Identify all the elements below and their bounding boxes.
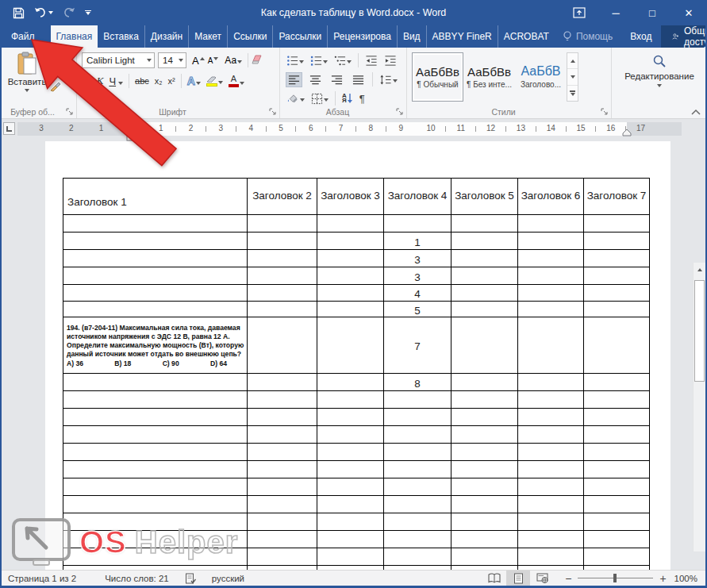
save-icon[interactable] [13,7,25,19]
table-cell[interactable] [518,531,584,548]
shrink-font-button[interactable]: А [208,56,219,65]
table-cell[interactable] [317,233,384,250]
table-cell[interactable] [63,233,248,250]
tell-me-button[interactable]: Помощь [555,25,621,48]
table-cell[interactable] [248,250,317,267]
table-cell[interactable] [317,285,384,302]
tab-рецензирова[interactable]: Рецензирова [327,25,397,48]
table-cell[interactable] [518,302,584,317]
table-cell[interactable] [317,374,384,391]
style-card-no-spacing[interactable]: АаБбВв ¶ Без инте... [463,52,515,102]
word-count[interactable]: Число слов: 21 [97,574,177,583]
table-cell[interactable] [248,496,317,513]
table-cell[interactable] [384,548,451,566]
print-layout-button[interactable] [506,571,530,586]
table-cell[interactable]: 194. (в7-204-11) Максимальная сила тока,… [63,317,248,374]
tab-рассылки[interactable]: Рассылки [272,25,327,48]
table-cell[interactable] [584,531,650,548]
table-cell[interactable] [317,317,384,374]
table-cell[interactable] [451,496,518,513]
table-cell[interactable] [63,478,248,496]
table-cell[interactable]: 3 [384,250,451,267]
table-cell[interactable] [518,233,584,250]
undo-button[interactable] [34,7,53,18]
table-cell[interactable] [451,391,518,409]
shading-button[interactable] [286,93,305,105]
table-cell[interactable] [451,444,518,461]
header-cell[interactable]: Заголовок 2 [248,179,317,215]
grow-font-button[interactable]: А [192,55,205,67]
table-cell[interactable] [384,461,451,478]
table-cell[interactable] [518,444,584,461]
table-cell[interactable] [317,302,384,317]
table-cell[interactable] [317,267,384,285]
header-cell[interactable]: Заголовок 7 [584,179,650,215]
tab-вид[interactable]: Вид [397,25,426,48]
read-mode-button[interactable] [482,571,506,586]
table-cell[interactable] [584,391,650,409]
table-cell[interactable] [384,391,451,409]
styles-dialog-launcher[interactable] [601,108,609,116]
numbering-button[interactable] [310,55,328,67]
table-cell[interactable] [584,215,650,233]
tab-abbyy-finer[interactable]: ABBYY FineR [426,25,498,48]
tab-макет[interactable]: Макет [188,25,227,48]
table-cell[interactable] [248,548,317,566]
table-cell[interactable] [317,215,384,233]
table-cell[interactable] [317,478,384,496]
align-right-button[interactable] [329,73,344,86]
show-paragraph-marks-button[interactable]: ¶ [359,93,365,105]
table-cell[interactable] [451,267,518,285]
increase-indent-button[interactable] [384,55,397,67]
table-cell[interactable] [384,444,451,461]
header-cell[interactable]: Заголовок 6 [518,179,584,215]
scrollbar-thumb[interactable] [694,280,705,382]
web-layout-button[interactable] [530,571,554,586]
table-cell[interactable] [584,285,650,302]
paragraph-dialog-launcher[interactable] [396,108,404,116]
table-cell[interactable] [384,531,451,548]
table-cell[interactable] [317,391,384,409]
table-cell[interactable] [317,531,384,548]
tab-stop-selector[interactable] [3,122,15,135]
table-cell[interactable] [317,461,384,478]
table-cell[interactable] [451,478,518,496]
table-cell[interactable] [584,513,650,531]
table-cell[interactable] [518,409,584,426]
redo-button[interactable] [63,7,75,18]
table-cell[interactable] [63,426,248,444]
zoom-in-button[interactable]: + [659,572,666,585]
table-cell[interactable] [451,548,518,566]
page-indicator[interactable]: Страница 1 из 2 [0,574,84,583]
zoom-out-button[interactable]: − [565,572,571,585]
table-cell[interactable] [518,285,584,302]
table-cell[interactable] [451,250,518,267]
zoom-slider[interactable] [578,578,653,578]
share-button[interactable]: Общий доступ [661,25,707,48]
table-cell[interactable] [451,409,518,426]
table-cell[interactable] [384,426,451,444]
table-cell[interactable]: 4 [384,285,451,302]
table-cell[interactable] [451,317,518,374]
table-cell[interactable] [518,317,584,374]
document-page[interactable]: Заголовок 1Заголовок 2Заголовок 3Заголов… [45,141,670,570]
table-cell[interactable] [63,285,248,302]
bullets-button[interactable] [286,55,304,67]
table-cell[interactable] [451,302,518,317]
table-cell[interactable] [451,426,518,444]
table-cell[interactable] [518,478,584,496]
table-cell[interactable] [248,302,317,317]
tab-acrobat[interactable]: ACROBAT [498,25,555,48]
tab-ссылки[interactable]: Ссылки [227,25,272,48]
table-cell[interactable]: 3 [384,267,451,285]
header-cell[interactable]: Заголовок 3 [317,179,384,215]
table-cell[interactable] [63,302,248,317]
table-cell[interactable] [63,496,248,513]
table-cell[interactable] [518,461,584,478]
table-cell[interactable] [63,215,248,233]
styles-scroll-up[interactable] [567,53,578,69]
minimize-button[interactable]: ─ [597,0,634,25]
table-cell[interactable] [584,250,650,267]
indent-marker-right[interactable] [621,129,632,136]
justify-button[interactable] [351,73,366,86]
